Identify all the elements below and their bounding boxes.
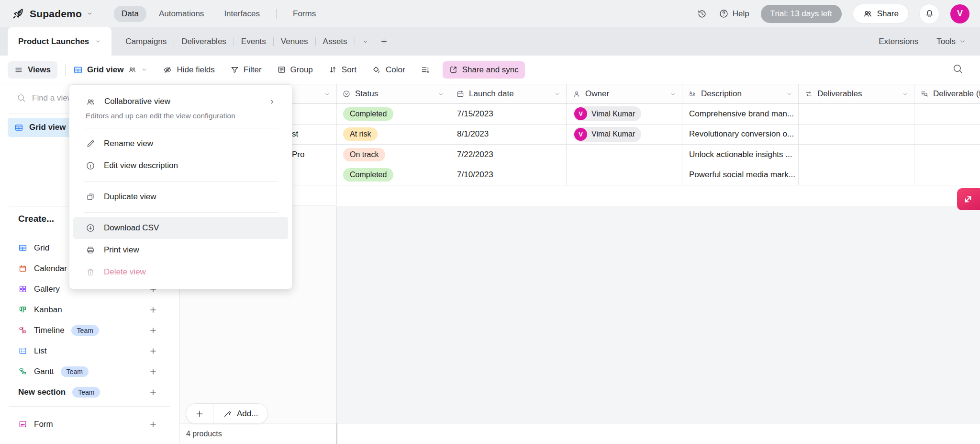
search-icon[interactable] — [952, 63, 964, 75]
chevron-down-icon[interactable] — [438, 91, 444, 97]
trial-badge[interactable]: Trial: 13 days left — [761, 5, 842, 23]
chevron-down-icon[interactable] — [554, 91, 560, 97]
views-sidebar-toggle[interactable]: Views — [8, 61, 57, 79]
nav-tab-automations[interactable]: Automations — [151, 6, 212, 22]
launch-date-cell[interactable]: 8/1/2023 — [450, 125, 567, 145]
nav-tab-forms[interactable]: Forms — [285, 6, 323, 22]
chevron-down-icon[interactable] — [786, 91, 792, 97]
share-and-sync-button[interactable]: Share and sync — [443, 61, 525, 79]
column-header-status[interactable]: Status — [336, 84, 450, 103]
lookup-cell[interactable] — [914, 125, 980, 145]
chevron-down-icon[interactable] — [670, 91, 676, 97]
deliverables-cell[interactable] — [799, 125, 914, 145]
plus-icon[interactable] — [149, 326, 157, 335]
notifications-button[interactable] — [920, 4, 939, 23]
status-cell[interactable]: On track — [336, 145, 450, 165]
create-kanban-item[interactable]: Kanban — [0, 299, 179, 320]
menu-item-rename-view[interactable]: Rename view — [73, 133, 288, 155]
lookup-cell[interactable] — [914, 145, 980, 165]
share-button[interactable]: Share — [853, 4, 908, 23]
table-tab-events[interactable]: Events — [234, 37, 273, 46]
status-cell[interactable]: Completed — [336, 165, 450, 185]
view-toolbar: Views Grid view — [0, 56, 980, 84]
more-tables-chevron-icon[interactable] — [355, 38, 376, 45]
column-header-deliverables[interactable]: Deliverables — [799, 84, 914, 103]
description-cell[interactable]: Powerful social media mark... — [682, 165, 799, 185]
plus-icon[interactable] — [149, 420, 157, 429]
create-gantt-item[interactable]: Gantt Team — [0, 361, 179, 382]
launch-date-cell[interactable]: 7/10/2023 — [450, 165, 567, 185]
column-header-launch-date[interactable]: Launch date — [450, 84, 567, 103]
column-header-description[interactable]: Description — [682, 84, 799, 103]
table-tab-campaigns[interactable]: Campaigns — [118, 37, 174, 46]
extensions-button[interactable]: Extensions — [879, 37, 918, 46]
calendar-icon — [18, 264, 27, 273]
chevron-down-icon[interactable] — [324, 91, 330, 97]
sort-button[interactable]: Sort — [328, 65, 356, 75]
menu-item-duplicate-view[interactable]: Duplicate view — [73, 186, 288, 208]
lookup-cell[interactable] — [914, 104, 980, 124]
item-label: Timeline — [34, 326, 65, 335]
column-header-lookup[interactable]: Deliverable (fro — [914, 84, 980, 103]
chevron-down-icon — [141, 67, 147, 73]
deliverables-cell[interactable] — [799, 104, 914, 124]
new-section-item[interactable]: New section Team — [0, 382, 179, 402]
menu-item-label: Edit view description — [104, 161, 178, 171]
menu-item-download-csv[interactable]: Download CSV — [73, 217, 288, 239]
status-cell[interactable]: At risk — [336, 125, 450, 145]
owner-cell[interactable] — [567, 145, 682, 165]
launch-date-cell[interactable]: 7/22/2023 — [450, 145, 567, 165]
lookup-icon — [920, 90, 929, 98]
lookup-cell[interactable] — [914, 165, 980, 185]
description-cell[interactable]: Comprehensive brand man... — [682, 104, 799, 124]
help-button[interactable]: Help — [719, 9, 749, 19]
view-switcher-button[interactable]: Grid view — [73, 65, 148, 75]
group-button[interactable]: Group — [277, 65, 313, 75]
user-avatar[interactable]: V — [950, 4, 969, 23]
table-tab-assets[interactable]: Assets — [316, 37, 355, 46]
column-label: Owner — [585, 89, 609, 99]
status-cell[interactable]: Completed — [336, 104, 450, 124]
column-header-owner[interactable]: Owner — [567, 84, 682, 103]
menu-item-collaborative-view[interactable]: Collaborative view — [73, 91, 288, 112]
table-tab-venues[interactable]: Venues — [274, 37, 315, 46]
history-icon[interactable] — [697, 9, 707, 19]
plus-icon[interactable] — [149, 388, 157, 397]
add-with-ai-button[interactable]: Add... — [213, 404, 267, 423]
color-button[interactable]: Color — [372, 65, 405, 75]
deliverables-cell[interactable] — [799, 165, 914, 185]
column-label: Launch date — [469, 89, 514, 99]
hide-fields-button[interactable]: Hide fields — [163, 65, 214, 75]
owner-cell[interactable]: V Vimal Kumar — [567, 104, 682, 124]
deliverables-cell[interactable] — [799, 145, 914, 165]
plus-icon[interactable] — [149, 347, 157, 355]
tools-button[interactable]: Tools — [936, 37, 966, 46]
description-cell[interactable]: Revolutionary conversion o... — [682, 125, 799, 145]
add-record-button[interactable] — [186, 404, 213, 423]
create-list-item[interactable]: List — [0, 341, 179, 361]
plus-icon[interactable] — [149, 306, 157, 314]
launch-date-cell[interactable]: 7/15/2023 — [450, 104, 567, 124]
menu-item-print-view[interactable]: Print view — [73, 239, 288, 261]
menu-item-delete-view[interactable]: Delete view — [73, 261, 288, 283]
table-tab-product-launches[interactable]: Product Launches — [8, 27, 111, 56]
nav-tab-interfaces[interactable]: Interfaces — [216, 6, 267, 22]
nav-tab-data[interactable]: Data — [114, 6, 146, 22]
add-table-button[interactable] — [376, 37, 395, 46]
create-timeline-item[interactable]: Timeline Team — [0, 320, 179, 341]
menu-item-edit-view-description[interactable]: Edit view description — [73, 155, 288, 177]
owner-cell[interactable]: V Vimal Kumar — [567, 125, 682, 145]
workspace-switcher[interactable]: Supademo — [11, 7, 93, 21]
owner-cell[interactable] — [567, 165, 682, 185]
create-form-item[interactable]: Form — [0, 414, 179, 434]
supademo-expand-badge[interactable] — [957, 188, 980, 210]
chevron-down-icon[interactable] — [902, 91, 908, 97]
table-tab-deliverables[interactable]: Deliverables — [174, 37, 234, 46]
plus-icon[interactable] — [149, 367, 157, 376]
find-view-search[interactable]: Find a view — [16, 93, 73, 103]
filter-button[interactable]: Filter — [230, 65, 262, 75]
tabbar-right: Extensions Tools — [879, 37, 980, 46]
description-cell[interactable]: Unlock actionable insights ... — [682, 145, 799, 165]
create-heading: Create... — [18, 214, 54, 224]
row-height-button[interactable] — [421, 65, 430, 75]
